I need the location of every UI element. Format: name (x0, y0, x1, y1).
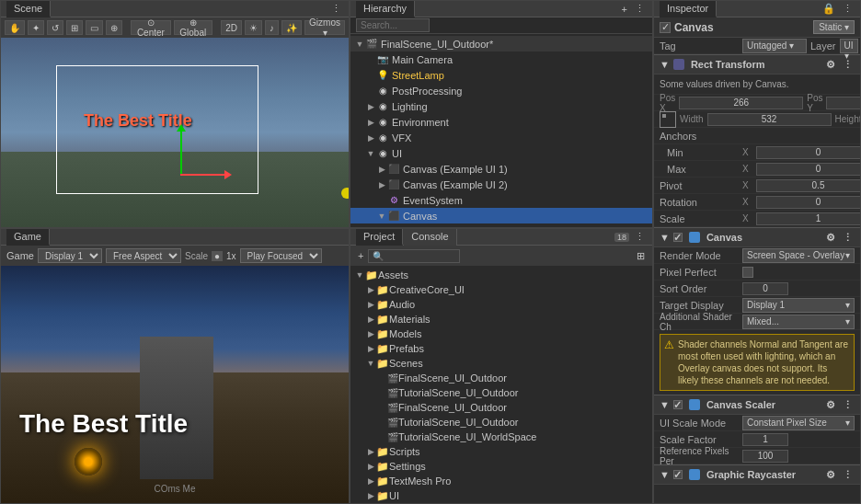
folder-ui[interactable]: ▶ 📁 UI (350, 488, 652, 503)
tab-hierarchy[interactable]: Hierarchy (356, 1, 415, 17)
scaler-menu-icon[interactable]: ⋮ (841, 399, 855, 411)
project-layout-icon[interactable]: ⊞ (635, 250, 647, 262)
folder-assets[interactable]: ▼ 📁 Assets (350, 268, 652, 282)
project-add-icon[interactable]: + (356, 250, 365, 261)
game-viewport[interactable]: The Best Title COms Me (1, 266, 349, 503)
raycaster-settings-icon[interactable]: ⚙ (824, 469, 837, 481)
rect-transform-header[interactable]: ▼ Rect Transform ⚙ ⋮ (654, 54, 860, 74)
anchor-max-x-input[interactable] (756, 163, 860, 176)
pos-x-input[interactable] (679, 97, 803, 109)
canvas-settings-icon[interactable]: ⚙ (824, 232, 837, 244)
audio-btn[interactable]: ♪ (265, 20, 279, 35)
hierarchy-item-canvas-ex2[interactable]: ▶ ⬛ Canvas (Example UI 2) (350, 177, 652, 192)
object-active-checkbox[interactable]: ✓ (660, 22, 671, 33)
canvas-checkbox[interactable]: ✓ (673, 233, 683, 242)
lighting-btn[interactable]: ☀ (245, 20, 262, 35)
hierarchy-item-title[interactable]: T Title (350, 223, 652, 227)
sort-order-input[interactable] (742, 282, 788, 295)
folder-prefabs[interactable]: ▶ 📁 Prefabs (350, 341, 652, 356)
tab-scene[interactable]: Scene (6, 1, 51, 17)
2d-mode-btn[interactable]: 2D (221, 20, 242, 35)
gizmos-btn[interactable]: Gizmos ▾ (304, 20, 345, 35)
folder-scripts[interactable]: ▶ 📁 Scripts (350, 444, 652, 459)
arrow-icon: ▼ (354, 40, 365, 49)
folder-settings[interactable]: ▶ 📁 Settings (350, 459, 652, 474)
static-button[interactable]: Static ▾ (813, 20, 855, 34)
fx-btn[interactable]: ✨ (281, 20, 302, 35)
tab-console[interactable]: Console (404, 229, 456, 246)
tab-project[interactable]: Project (356, 229, 403, 246)
scene-file-3[interactable]: 🎬 FinalScene_UI_Outdoor (350, 400, 652, 415)
scene-viewport[interactable]: The Best Title (1, 38, 349, 227)
inspector-menu-icon[interactable]: ⋮ (841, 3, 855, 15)
scene-file-5[interactable]: 🎬 TutorialScene_UI_WorldSpace (350, 430, 652, 444)
display-dropdown[interactable]: Display 1 (38, 248, 102, 263)
canvas-component-header[interactable]: ▼ ✓ Canvas ⚙ ⋮ (654, 227, 860, 247)
scale-x-input[interactable] (756, 212, 860, 225)
canvas-menu-icon[interactable]: ⋮ (841, 232, 855, 244)
folder-scenes[interactable]: ▼ 📁 Scenes (350, 356, 652, 371)
hierarchy-item-canvas[interactable]: ▼ ⬛ Canvas (350, 208, 652, 223)
pivot-x-input[interactable] (756, 179, 860, 192)
transform-tool-btn[interactable]: ⊕ (106, 20, 122, 35)
rect-tool-btn[interactable]: ▭ (86, 20, 103, 35)
scale-factor-input[interactable] (742, 433, 788, 446)
width-input[interactable] (707, 113, 832, 126)
folder-creativecore[interactable]: ▶ 📁 CreativeCore_UI (350, 282, 652, 297)
target-display-dropdown[interactable]: Display 1 ▾ (742, 298, 855, 313)
hierarchy-item-environment[interactable]: ▶ ◉ Environment (350, 114, 652, 130)
anchor-min-x-input[interactable] (756, 146, 860, 159)
layer-dropdown[interactable]: UI ▾ (840, 39, 858, 53)
project-search-input[interactable] (368, 249, 460, 263)
additional-shader-dropdown[interactable]: Mixed... ▾ (742, 315, 855, 329)
canvas-scaler-checkbox[interactable]: ✓ (673, 400, 683, 409)
focused-dropdown[interactable]: Play Focused (240, 248, 322, 263)
inspector-lock-icon[interactable]: 🔒 (821, 3, 837, 15)
graphic-raycaster-header[interactable]: ▼ ✓ Graphic Raycaster ⚙ ⋮ (654, 464, 860, 485)
folder-models[interactable]: ▶ 📁 Models (350, 326, 652, 341)
hierarchy-item-canvas-ex1[interactable]: ▶ ⬛ Canvas (Example UI 1) (350, 161, 652, 177)
scene-file-2[interactable]: 🎬 TutorialScene_UI_Outdoor (350, 385, 652, 400)
scene-file-4[interactable]: 🎬 TutorialScene_UI_Outdoor (350, 415, 652, 430)
ref-pixels-input[interactable] (742, 450, 788, 463)
scale-knob[interactable]: ● (212, 251, 223, 261)
hierarchy-add-btn[interactable]: + (620, 4, 629, 15)
raycaster-menu-icon[interactable]: ⋮ (841, 469, 855, 481)
rotate-tool-btn[interactable]: ↺ (47, 20, 63, 35)
ui-scale-mode-dropdown[interactable]: Constant Pixel Size ▾ (742, 416, 855, 430)
component-settings-icon[interactable]: ⚙ (824, 59, 837, 71)
hierarchy-item-scene[interactable]: ▼ 🎬 FinalScene_UI_Outdoor* (350, 36, 652, 52)
hierarchy-item-streetlamp[interactable]: 💡 StreetLamp (350, 67, 652, 83)
rotation-x-input[interactable] (756, 196, 860, 209)
folder-materials[interactable]: ▶ 📁 Materials (350, 312, 652, 326)
hierarchy-search-input[interactable] (356, 18, 430, 32)
component-menu-icon[interactable]: ⋮ (841, 59, 855, 71)
render-mode-dropdown[interactable]: Screen Space - Overlay ▾ (742, 248, 855, 263)
pos-y-input[interactable] (826, 97, 860, 109)
move-tool-btn[interactable]: ✦ (28, 20, 44, 35)
scaler-settings-icon[interactable]: ⚙ (824, 399, 837, 411)
hierarchy-item-ui[interactable]: ▼ ◉ UI (350, 145, 652, 161)
tab-game[interactable]: Game (6, 229, 50, 246)
hand-tool-btn[interactable]: ✋ (5, 20, 25, 35)
canvas-scaler-header[interactable]: ▼ ✓ Canvas Scaler ⚙ ⋮ (654, 395, 860, 415)
hierarchy-item-lighting[interactable]: ▶ ◉ Lighting (350, 98, 652, 114)
folder-textmesh[interactable]: ▶ 📁 TextMesh Pro (350, 474, 652, 488)
hierarchy-item-main-camera[interactable]: 📷 Main Camera (350, 52, 652, 67)
scene-menu-icon[interactable]: ⋮ (329, 3, 343, 15)
hierarchy-menu-btn[interactable]: ⋮ (633, 3, 647, 15)
hierarchy-item-postprocessing[interactable]: ◉ PostProcessing (350, 83, 652, 98)
hierarchy-item-vfx[interactable]: ▶ ◉ VFX (350, 130, 652, 145)
pivot-center-btn[interactable]: ⊙ Center (131, 20, 170, 35)
project-menu-icon[interactable]: ⋮ (633, 231, 647, 243)
folder-audio[interactable]: ▶ 📁 Audio (350, 297, 652, 312)
scale-tool-btn[interactable]: ⊞ (66, 20, 83, 35)
tag-dropdown[interactable]: Untagged ▾ (742, 39, 807, 53)
tab-inspector[interactable]: Inspector (660, 1, 717, 17)
aspect-dropdown[interactable]: Free Aspect (106, 248, 181, 263)
pixel-perfect-checkbox[interactable] (742, 267, 753, 278)
pivot-global-btn[interactable]: ⊕ Global (174, 20, 212, 35)
raycaster-checkbox[interactable]: ✓ (673, 470, 683, 479)
scene-file-1[interactable]: 🎬 FinalScene_UI_Outdoor (350, 371, 652, 385)
hierarchy-item-eventsystem[interactable]: ⚙ EventSystem (350, 192, 652, 208)
